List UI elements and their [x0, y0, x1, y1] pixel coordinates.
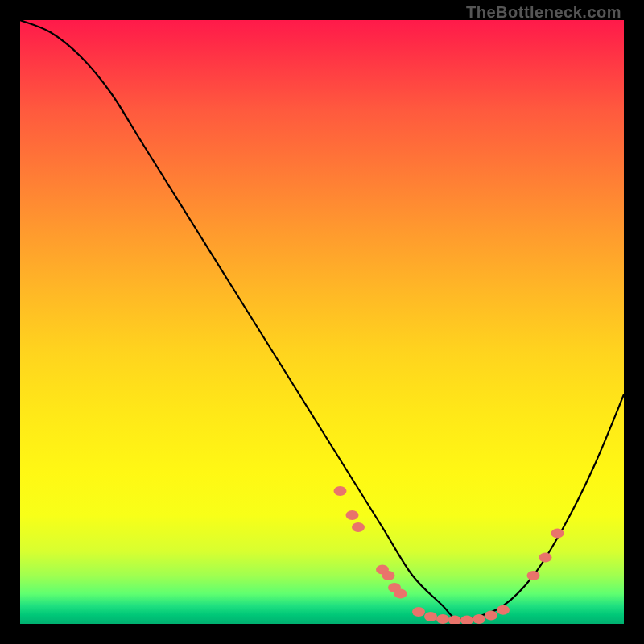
curve-marker: [497, 605, 510, 615]
plot-area: [20, 20, 624, 624]
attribution-text: TheBottleneck.com: [466, 3, 621, 22]
curve-marker: [485, 611, 497, 621]
curve-marker: [346, 510, 359, 520]
curve-marker: [436, 614, 449, 624]
curve-marker: [448, 616, 461, 625]
curve-marker: [551, 529, 564, 539]
curve-marker: [394, 589, 407, 599]
curve-marker: [424, 612, 437, 621]
bottleneck-curve-path: [20, 20, 624, 619]
curve-marker: [352, 522, 365, 532]
curve-marker: [527, 571, 540, 580]
curve-marker: [382, 571, 395, 580]
curve-marker: [412, 607, 425, 617]
marker-group: [334, 486, 564, 624]
curve-marker: [539, 553, 552, 563]
curve-marker: [473, 614, 485, 624]
curve-marker: [460, 616, 473, 625]
curve-svg: [20, 20, 624, 624]
chart-canvas: TheBottleneck.com: [0, 0, 644, 644]
curve-marker: [334, 486, 347, 496]
